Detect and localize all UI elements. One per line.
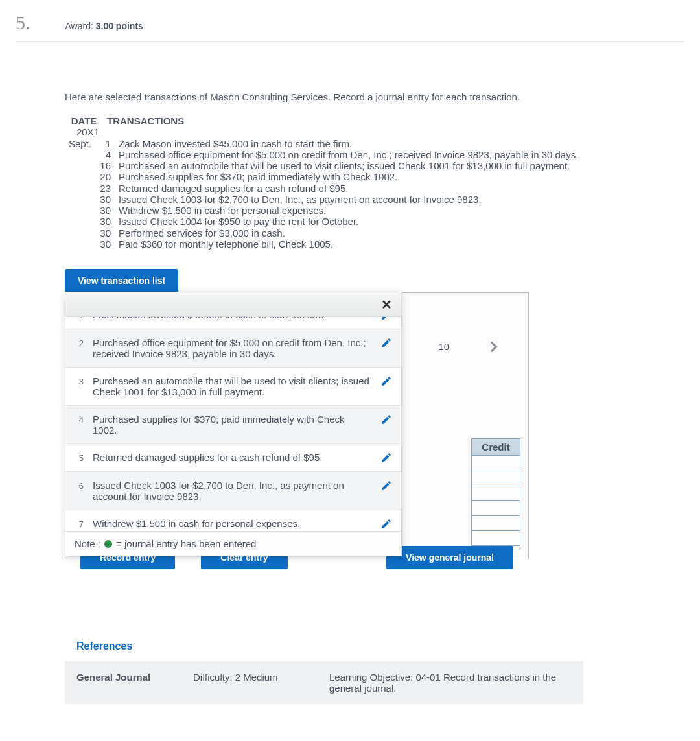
popup-item[interactable]: 5Returned damaged supplies for a cash re… [65,444,401,472]
popup-item-number: 5 [75,452,84,463]
popup-item-number: 6 [75,480,84,491]
popup-item-text: Purchased supplies for $370; paid immedi… [93,414,371,436]
transaction-popup: ✕ 1Zack Mason invested $45,000 in cash t… [65,292,402,556]
popup-item-text: Withdrew $1,500 in cash for personal exp… [93,518,371,529]
note-suffix: = journal entry has been entered [116,538,256,549]
pencil-icon[interactable] [380,375,392,387]
pencil-icon[interactable] [380,317,392,321]
transaction-text: Issued Check 1004 for $950 to pay the re… [115,216,582,227]
popup-item-number: 3 [75,375,84,386]
popup-item-text: Zack Mason invested $45,000 in cash to s… [93,317,371,320]
transaction-text: Returned damaged supplies for a cash ref… [115,183,582,194]
chevron-right-icon[interactable] [487,341,498,352]
ref-general-journal: General Journal [76,672,150,683]
transaction-text: Withdrew $1,500 in cash for personal exp… [115,205,582,216]
credit-header: Credit [471,438,520,456]
popup-item-text: Purchased an automobile that will be use… [93,375,371,397]
award-label: Award: [65,21,96,31]
year-label: 20X1 [73,126,103,137]
month-cell [65,216,94,227]
references-heading[interactable]: References [76,641,684,652]
popup-item[interactable]: 2Purchased office equipment for $5,000 o… [65,329,401,368]
popup-item[interactable]: 7Withdrew $1,500 in cash for personal ex… [65,510,401,531]
day-cell: 30 [94,228,115,239]
award-value: 3.00 points [96,21,143,31]
footnote: Note : = journal entry has been entered [65,531,401,556]
transaction-text: Purchased office equipment for $5,000 on… [115,149,582,160]
pencil-icon[interactable] [380,480,392,491]
day-cell: 1 [94,138,115,149]
popup-item-number: 1 [75,317,84,320]
pencil-icon[interactable] [380,337,392,349]
transaction-text: Purchased supplies for $370; paid immedi… [115,171,582,182]
month-cell [65,194,94,205]
day-cell: 23 [94,183,115,194]
popup-item-text: Returned damaged supplies for a cash ref… [93,452,371,463]
popup-item-text: Issued Check 1003 for $2,700 to Den, Inc… [93,480,371,502]
day-cell: 30 [94,205,115,216]
col-transactions: TRANSACTIONS [103,115,188,126]
month-cell: Sept. [65,138,94,149]
entered-dot-icon [104,540,112,548]
day-cell: 30 [94,239,115,250]
references-table: General Journal Difficulty: 2 Medium Lea… [65,661,583,704]
month-cell [65,228,94,239]
journal-panel: 10 Credit ✕ 1Zack Mason invested $45,000… [65,292,529,559]
month-cell [65,171,94,182]
pager-number: 10 [438,341,449,352]
transaction-text: Performed services for $3,000 in cash. [115,228,582,239]
award-line: Award: 3.00 points [65,21,143,31]
popup-item[interactable]: 3Purchased an automobile that will be us… [65,368,401,406]
day-cell: 20 [94,171,115,182]
transaction-text: Paid $360 for monthly telephone bill, Ch… [115,239,582,250]
transaction-text: Issued Check 1003 for $2,700 to Den, Inc… [115,194,582,205]
month-cell [65,205,94,216]
popup-item-number: 2 [75,337,84,348]
day-cell: 30 [94,194,115,205]
pencil-icon[interactable] [380,414,392,425]
month-cell [65,239,94,250]
day-cell: 30 [94,216,115,227]
month-cell [65,160,94,171]
divider [16,41,684,42]
transaction-text: Purchased an automobile that will be use… [115,160,582,171]
pencil-icon[interactable] [380,452,392,464]
question-stem: Here are selected transactions of Mason … [65,91,684,102]
credit-column[interactable] [471,456,520,546]
ref-learning-objective: Learning Objective: 04-01 Record transac… [329,672,572,694]
pencil-icon[interactable] [380,518,392,530]
close-icon[interactable]: ✕ [381,297,392,312]
popup-item[interactable]: 4Purchased supplies for $370; paid immed… [65,406,401,444]
day-cell: 16 [94,160,115,171]
month-cell [65,149,94,160]
popup-item-number: 4 [75,414,84,425]
note-prefix: Note : [75,538,100,549]
ref-difficulty: Difficulty: 2 Medium [193,672,323,694]
view-transaction-list-tab[interactable]: View transaction list [65,269,178,292]
day-cell: 4 [94,149,115,160]
transactions-table: DATE TRANSACTIONS 20X1 Sept.1Zack Mason … [65,115,684,250]
col-date: DATE [65,115,103,126]
view-general-journal-button[interactable]: View general journal [386,546,513,569]
question-number: 5. [16,12,30,34]
popup-item[interactable]: 1Zack Mason invested $45,000 in cash to … [65,317,401,329]
popup-item-text: Purchased office equipment for $5,000 on… [93,337,371,359]
month-cell [65,183,94,194]
popup-item[interactable]: 6Issued Check 1003 for $2,700 to Den, In… [65,472,401,510]
popup-item-number: 7 [75,518,84,529]
transaction-text: Zack Mason invested $45,000 in cash to s… [115,138,582,149]
